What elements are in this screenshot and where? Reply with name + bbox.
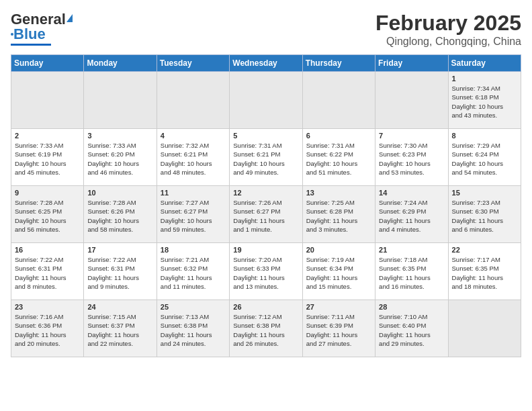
calendar-day-cell: 11Sunrise: 7:27 AM Sunset: 6:27 PM Dayli… bbox=[157, 186, 229, 243]
page-header: General Blue February 2025 Qinglong, Cho… bbox=[11, 11, 521, 48]
calendar-day-cell: 4Sunrise: 7:32 AM Sunset: 6:21 PM Daylig… bbox=[157, 129, 229, 186]
calendar-day-cell bbox=[84, 72, 157, 129]
calendar-day-cell: 21Sunrise: 7:18 AM Sunset: 6:35 PM Dayli… bbox=[375, 243, 448, 300]
day-number: 21 bbox=[379, 246, 444, 254]
calendar-day-cell bbox=[11, 72, 84, 129]
calendar-day-cell bbox=[302, 72, 375, 129]
calendar-day-cell: 26Sunrise: 7:12 AM Sunset: 6:38 PM Dayli… bbox=[230, 300, 302, 357]
calendar-day-cell: 16Sunrise: 7:22 AM Sunset: 6:31 PM Dayli… bbox=[11, 243, 84, 300]
day-number: 15 bbox=[452, 189, 517, 197]
day-number: 13 bbox=[306, 189, 371, 197]
weekday-header: Monday bbox=[84, 55, 157, 72]
calendar-day-cell bbox=[157, 72, 229, 129]
logo-arrow-icon bbox=[66, 14, 73, 22]
day-info: Sunrise: 7:19 AM Sunset: 6:34 PM Dayligh… bbox=[306, 255, 371, 291]
calendar-day-cell: 5Sunrise: 7:31 AM Sunset: 6:21 PM Daylig… bbox=[230, 129, 302, 186]
day-info: Sunrise: 7:12 AM Sunset: 6:38 PM Dayligh… bbox=[233, 312, 298, 348]
calendar-day-cell: 8Sunrise: 7:29 AM Sunset: 6:24 PM Daylig… bbox=[448, 129, 521, 186]
day-info: Sunrise: 7:26 AM Sunset: 6:27 PM Dayligh… bbox=[233, 198, 298, 234]
day-info: Sunrise: 7:28 AM Sunset: 6:26 PM Dayligh… bbox=[87, 198, 152, 234]
day-info: Sunrise: 7:22 AM Sunset: 6:31 PM Dayligh… bbox=[87, 255, 152, 291]
calendar-week-row: 16Sunrise: 7:22 AM Sunset: 6:31 PM Dayli… bbox=[11, 243, 521, 300]
day-number: 12 bbox=[233, 189, 298, 197]
day-info: Sunrise: 7:22 AM Sunset: 6:31 PM Dayligh… bbox=[15, 255, 80, 291]
day-number: 19 bbox=[233, 246, 298, 254]
day-info: Sunrise: 7:21 AM Sunset: 6:32 PM Dayligh… bbox=[161, 255, 226, 291]
day-info: Sunrise: 7:20 AM Sunset: 6:33 PM Dayligh… bbox=[233, 255, 298, 291]
day-info: Sunrise: 7:11 AM Sunset: 6:39 PM Dayligh… bbox=[306, 312, 371, 348]
day-number: 6 bbox=[306, 132, 371, 140]
day-info: Sunrise: 7:10 AM Sunset: 6:40 PM Dayligh… bbox=[379, 312, 444, 348]
calendar-day-cell: 20Sunrise: 7:19 AM Sunset: 6:34 PM Dayli… bbox=[302, 243, 375, 300]
calendar-day-cell: 9Sunrise: 7:28 AM Sunset: 6:25 PM Daylig… bbox=[11, 186, 84, 243]
calendar-day-cell: 14Sunrise: 7:24 AM Sunset: 6:29 PM Dayli… bbox=[375, 186, 448, 243]
calendar-day-cell: 6Sunrise: 7:31 AM Sunset: 6:22 PM Daylig… bbox=[302, 129, 375, 186]
day-info: Sunrise: 7:28 AM Sunset: 6:25 PM Dayligh… bbox=[15, 198, 80, 234]
day-info: Sunrise: 7:25 AM Sunset: 6:28 PM Dayligh… bbox=[306, 198, 371, 234]
month-title: February 2025 bbox=[375, 11, 521, 36]
day-info: Sunrise: 7:30 AM Sunset: 6:23 PM Dayligh… bbox=[379, 141, 444, 177]
day-number: 3 bbox=[87, 132, 152, 140]
day-number: 20 bbox=[306, 246, 371, 254]
title-block: February 2025 Qinglong, Chongqing, China bbox=[375, 11, 521, 48]
day-number: 17 bbox=[87, 246, 152, 254]
day-number: 16 bbox=[15, 246, 80, 254]
weekday-header: Tuesday bbox=[157, 55, 229, 72]
logo-blue: Blue bbox=[13, 26, 46, 43]
day-info: Sunrise: 7:24 AM Sunset: 6:29 PM Dayligh… bbox=[379, 198, 444, 234]
day-info: Sunrise: 7:13 AM Sunset: 6:38 PM Dayligh… bbox=[161, 312, 226, 348]
calendar-day-cell: 15Sunrise: 7:23 AM Sunset: 6:30 PM Dayli… bbox=[448, 186, 521, 243]
calendar-day-cell: 17Sunrise: 7:22 AM Sunset: 6:31 PM Dayli… bbox=[84, 243, 157, 300]
day-info: Sunrise: 7:27 AM Sunset: 6:27 PM Dayligh… bbox=[161, 198, 226, 234]
day-number: 24 bbox=[87, 303, 152, 311]
calendar-day-cell bbox=[448, 300, 521, 357]
day-info: Sunrise: 7:34 AM Sunset: 6:18 PM Dayligh… bbox=[452, 84, 517, 120]
calendar-day-cell bbox=[375, 72, 448, 129]
weekday-header: Thursday bbox=[302, 55, 375, 72]
day-info: Sunrise: 7:23 AM Sunset: 6:30 PM Dayligh… bbox=[452, 198, 517, 234]
day-number: 7 bbox=[379, 132, 444, 140]
day-info: Sunrise: 7:33 AM Sunset: 6:20 PM Dayligh… bbox=[87, 141, 152, 177]
calendar-day-cell: 24Sunrise: 7:15 AM Sunset: 6:37 PM Dayli… bbox=[84, 300, 157, 357]
weekday-header: Wednesday bbox=[230, 55, 302, 72]
day-number: 2 bbox=[15, 132, 80, 140]
weekday-header: Saturday bbox=[448, 55, 521, 72]
day-info: Sunrise: 7:17 AM Sunset: 6:35 PM Dayligh… bbox=[452, 255, 517, 291]
calendar-day-cell: 19Sunrise: 7:20 AM Sunset: 6:33 PM Dayli… bbox=[230, 243, 302, 300]
weekday-header: Friday bbox=[375, 55, 448, 72]
calendar-day-cell: 12Sunrise: 7:26 AM Sunset: 6:27 PM Dayli… bbox=[230, 186, 302, 243]
calendar-day-cell: 28Sunrise: 7:10 AM Sunset: 6:40 PM Dayli… bbox=[375, 300, 448, 357]
day-info: Sunrise: 7:31 AM Sunset: 6:21 PM Dayligh… bbox=[233, 141, 298, 177]
calendar-week-row: 9Sunrise: 7:28 AM Sunset: 6:25 PM Daylig… bbox=[11, 186, 521, 243]
day-number: 10 bbox=[87, 189, 152, 197]
calendar-day-cell: 7Sunrise: 7:30 AM Sunset: 6:23 PM Daylig… bbox=[375, 129, 448, 186]
calendar-day-cell: 23Sunrise: 7:16 AM Sunset: 6:36 PM Dayli… bbox=[11, 300, 84, 357]
weekday-header-row: SundayMondayTuesdayWednesdayThursdayFrid… bbox=[11, 55, 521, 72]
logo-underline bbox=[11, 44, 51, 46]
day-number: 5 bbox=[233, 132, 298, 140]
day-number: 14 bbox=[379, 189, 444, 197]
day-info: Sunrise: 7:15 AM Sunset: 6:37 PM Dayligh… bbox=[87, 312, 152, 348]
calendar-day-cell: 10Sunrise: 7:28 AM Sunset: 6:26 PM Dayli… bbox=[84, 186, 157, 243]
day-number: 26 bbox=[233, 303, 298, 311]
day-number: 25 bbox=[161, 303, 226, 311]
logo: General Blue bbox=[11, 11, 73, 46]
calendar-week-row: 1Sunrise: 7:34 AM Sunset: 6:18 PM Daylig… bbox=[11, 72, 521, 129]
calendar-day-cell: 25Sunrise: 7:13 AM Sunset: 6:38 PM Dayli… bbox=[157, 300, 229, 357]
day-number: 8 bbox=[452, 132, 517, 140]
day-info: Sunrise: 7:29 AM Sunset: 6:24 PM Dayligh… bbox=[452, 141, 517, 177]
day-number: 23 bbox=[15, 303, 80, 311]
calendar-day-cell: 22Sunrise: 7:17 AM Sunset: 6:35 PM Dayli… bbox=[448, 243, 521, 300]
calendar-day-cell: 3Sunrise: 7:33 AM Sunset: 6:20 PM Daylig… bbox=[84, 129, 157, 186]
calendar-week-row: 23Sunrise: 7:16 AM Sunset: 6:36 PM Dayli… bbox=[11, 300, 521, 357]
day-info: Sunrise: 7:32 AM Sunset: 6:21 PM Dayligh… bbox=[161, 141, 226, 177]
day-number: 4 bbox=[161, 132, 226, 140]
day-number: 1 bbox=[452, 75, 517, 83]
day-number: 27 bbox=[306, 303, 371, 311]
calendar-day-cell bbox=[230, 72, 302, 129]
day-info: Sunrise: 7:31 AM Sunset: 6:22 PM Dayligh… bbox=[306, 141, 371, 177]
calendar-day-cell: 27Sunrise: 7:11 AM Sunset: 6:39 PM Dayli… bbox=[302, 300, 375, 357]
calendar-day-cell: 13Sunrise: 7:25 AM Sunset: 6:28 PM Dayli… bbox=[302, 186, 375, 243]
day-info: Sunrise: 7:33 AM Sunset: 6:19 PM Dayligh… bbox=[15, 141, 80, 177]
location-title: Qinglong, Chongqing, China bbox=[375, 36, 521, 48]
